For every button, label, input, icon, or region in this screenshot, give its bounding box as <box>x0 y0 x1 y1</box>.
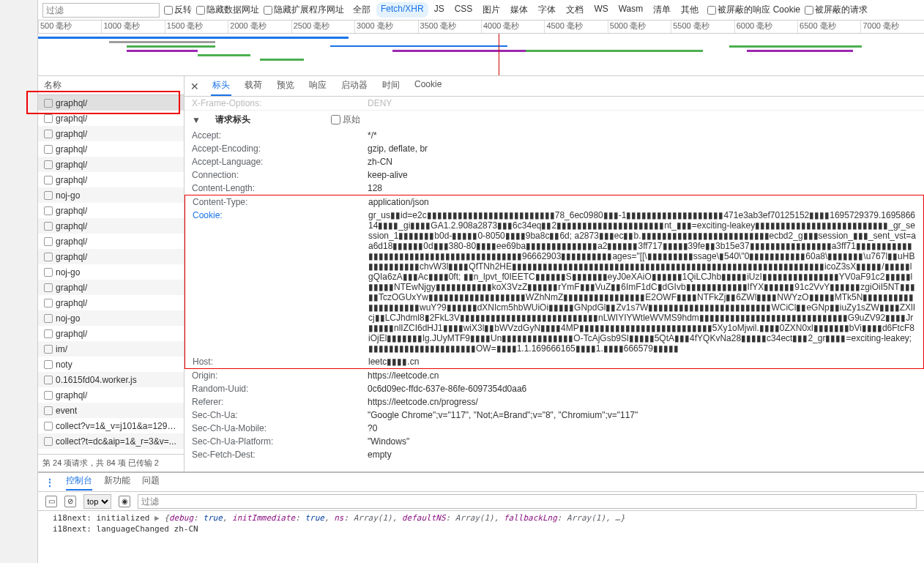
request-row[interactable]: graphql/ <box>38 249 184 264</box>
context-select[interactable]: top <box>83 494 111 509</box>
close-icon[interactable]: ✕ <box>190 81 199 92</box>
filter-全部[interactable]: 全部 <box>349 2 375 18</box>
console-tab-1[interactable]: 新功能 <box>104 474 130 491</box>
request-row[interactable]: graphql/ <box>38 387 184 403</box>
request-row[interactable]: graphql/ <box>38 326 184 341</box>
request-headers-section[interactable]: ▼ 请求标头 原始 <box>185 111 924 129</box>
blocked-req-checkbox[interactable]: 被屏蔽的请求 <box>805 4 868 16</box>
detail-tab-5[interactable]: 时间 <box>381 76 401 96</box>
request-name: graphql/ <box>56 206 87 216</box>
console-clear-icon[interactable]: ⊘ <box>64 496 76 507</box>
filter-js[interactable]: JS <box>430 2 449 18</box>
request-name: 0.1615fd04.worker.js <box>56 375 137 385</box>
detail-body[interactable]: X-Frame-Options:DENY ▼ 请求标头 原始 Accept:*/… <box>185 97 924 471</box>
request-row[interactable]: graphql/ <box>38 111 184 126</box>
collapse-icon[interactable]: ▼ <box>192 115 201 125</box>
request-row[interactable]: graphql/ <box>38 172 184 187</box>
request-list-footer: 第 24 项请求，共 84 项 已传输 2 <box>38 454 184 471</box>
request-name: graphql/ <box>56 160 87 170</box>
file-icon <box>44 253 53 261</box>
header-name: Sec-Ch-Ua-Mobile: <box>192 423 368 433</box>
live-expr-icon[interactable]: ◉ <box>119 496 130 507</box>
console-sidebar-icon[interactable]: ▭ <box>45 496 57 507</box>
header-name: Sec-Ch-Ua: <box>192 410 368 420</box>
request-row[interactable]: graphql/ <box>38 234 184 249</box>
request-name: graphql/ <box>56 283 87 293</box>
header-value: https://leetcode.cn/progress/ <box>368 397 917 407</box>
request-row[interactable]: graphql/ <box>38 126 184 141</box>
detail-tab-0[interactable]: 标头 <box>211 76 231 96</box>
timeline-tick: 3000 毫秒 <box>354 20 417 33</box>
request-row[interactable]: noj-go <box>38 187 184 203</box>
request-row[interactable]: noj-go <box>38 310 184 326</box>
header-value: keep-alive <box>368 170 917 180</box>
filter-清单[interactable]: 清单 <box>649 2 675 18</box>
raw-checkbox[interactable]: 原始 <box>331 113 360 126</box>
file-icon <box>44 345 53 354</box>
request-name: graphql/ <box>56 298 87 308</box>
header-row: Content-Length:128 <box>185 182 924 195</box>
header-value: "Windows" <box>368 436 917 447</box>
console-log-line[interactable]: i18next: languageChanged zh-CN <box>53 523 909 534</box>
file-icon <box>44 160 53 169</box>
request-row[interactable]: event <box>38 403 184 418</box>
detail-tab-2[interactable]: 预览 <box>275 76 296 96</box>
filter-媒体[interactable]: 媒体 <box>506 2 532 18</box>
request-name: noj-go <box>56 313 80 324</box>
timeline-cursor[interactable] <box>499 34 499 75</box>
list-header-name[interactable]: 名称 <box>38 76 184 95</box>
timeline-chart[interactable] <box>38 34 924 76</box>
console-log-line[interactable]: i18next: initialized ▶ {debug: true, ini… <box>53 512 909 523</box>
request-row[interactable]: collect?t=dc&aip=1&_r=3&v=... <box>38 433 184 449</box>
header-row: Cookie:gr_us▮▮id=e2c▮▮▮▮▮▮▮▮▮▮▮▮▮▮▮▮▮▮▮▮… <box>185 209 923 355</box>
invert-checkbox[interactable]: 反转 <box>164 4 192 16</box>
header-name: Cookie: <box>193 210 368 354</box>
request-row[interactable]: graphql/ <box>38 218 184 234</box>
filter-其他[interactable]: 其他 <box>677 2 703 18</box>
filter-文档[interactable]: 文档 <box>562 2 588 18</box>
filter-css[interactable]: CSS <box>450 2 477 18</box>
request-row[interactable]: noty <box>38 357 184 372</box>
header-row: Host:leetc▮▮▮▮.cn <box>185 355 923 368</box>
request-name: graphql/ <box>56 98 87 108</box>
request-row[interactable]: graphql/ <box>38 141 184 157</box>
timeline-ruler: 500 毫秒1000 毫秒1500 毫秒2000 毫秒2500 毫秒3000 毫… <box>38 20 924 34</box>
request-row[interactable]: graphql/ <box>38 295 184 310</box>
request-row[interactable]: im/ <box>38 341 184 357</box>
filter-wasm[interactable]: Wasm <box>614 2 648 18</box>
detail-tab-3[interactable]: 响应 <box>308 76 328 96</box>
timeline-tick: 4000 毫秒 <box>481 20 544 33</box>
request-row[interactable]: 0.1615fd04.worker.js <box>38 372 184 387</box>
request-row[interactable]: noj-go <box>38 264 184 280</box>
filter-fetch/xhr[interactable]: Fetch/XHR <box>376 2 428 18</box>
console-menu-icon[interactable]: ⋮ <box>45 477 54 488</box>
request-row[interactable]: graphql/ <box>38 280 184 295</box>
header-value: 128 <box>368 183 917 193</box>
file-icon <box>44 191 53 200</box>
filter-input[interactable] <box>42 3 160 18</box>
hide-ext-url-checkbox[interactable]: 隐藏扩展程序网址 <box>264 4 344 16</box>
header-name: Random-Uuid: <box>192 384 368 394</box>
detail-tab-4[interactable]: 启动器 <box>340 76 369 96</box>
filter-ws[interactable]: WS <box>589 2 612 18</box>
request-list-body[interactable]: graphql/graphql/graphql/graphql/graphql/… <box>38 95 184 454</box>
detail-tab-1[interactable]: 载荷 <box>243 76 264 96</box>
timeline-tick: 1000 毫秒 <box>101 20 164 33</box>
header-name: Origin: <box>192 370 368 381</box>
filter-图片[interactable]: 图片 <box>478 2 504 18</box>
main-panel: 名称 graphql/graphql/graphql/graphql/graph… <box>38 76 924 471</box>
console-tab-0[interactable]: 控制台 <box>66 474 92 491</box>
request-name: graphql/ <box>56 390 87 400</box>
file-icon <box>44 283 53 292</box>
console-tab-2[interactable]: 问题 <box>142 474 160 491</box>
blocked-cookie-checkbox[interactable]: 被屏蔽的响应 Cookie <box>707 4 800 16</box>
request-row[interactable]: graphql/ <box>38 203 184 218</box>
request-row[interactable]: graphql/ <box>38 157 184 172</box>
request-row[interactable]: graphql/ <box>38 95 184 111</box>
hide-data-url-checkbox[interactable]: 隐藏数据网址 <box>196 4 259 16</box>
console-filter-input[interactable] <box>138 494 917 509</box>
request-row[interactable]: collect?v=1&_v=j101&a=1299... <box>38 418 184 433</box>
filter-字体[interactable]: 字体 <box>534 2 560 18</box>
console-log-body[interactable]: i18next: initialized ▶ {debug: true, ini… <box>38 511 924 541</box>
detail-tab-6[interactable]: Cookie <box>413 76 443 96</box>
